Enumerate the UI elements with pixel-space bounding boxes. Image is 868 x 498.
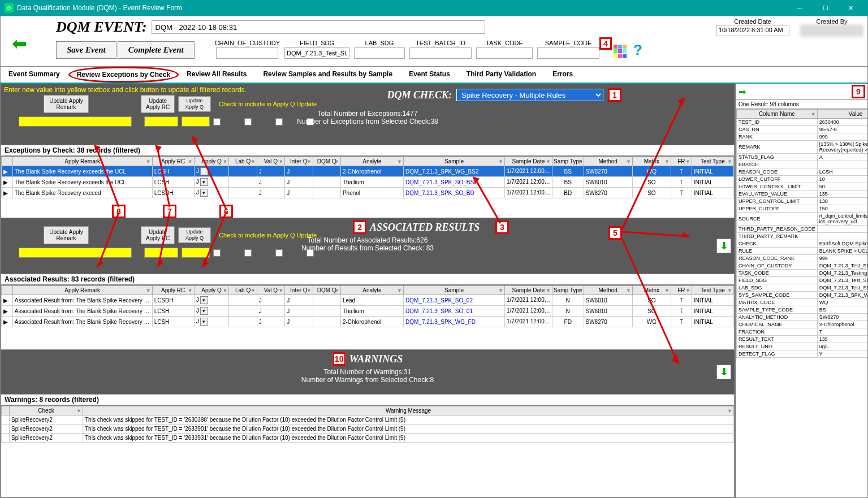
field-input-1[interactable] [284,47,349,59]
update-apply-remark-btn[interactable]: Update Apply Remark [44,95,89,113]
col-test type[interactable]: Test Type▼ [692,286,733,295]
down-arrow-assoc[interactable]: ⬇ [716,239,731,253]
detail-row[interactable]: RESULT_TEXT135 [737,336,869,343]
col-inter q[interactable]: Inter Q▼ [285,157,313,166]
detail-row[interactable]: THIRD_PARTY_REMARK [737,233,869,240]
rc-input-2[interactable] [144,248,178,258]
panel-arrow-icon[interactable]: ➡ [739,86,746,97]
detail-row[interactable]: ANALYTIC_METHODSW8270 [737,314,869,321]
col-samp type[interactable]: Samp Type▼ [552,157,584,166]
col-fr[interactable]: FR▼ [671,157,692,166]
field-input-5[interactable] [537,47,599,59]
table-row[interactable]: ▶Associated Result from: The Blank Spike… [2,306,734,317]
table-row[interactable]: ▶The Blank Spike Recovery exceeds the UC… [2,177,734,188]
table-row[interactable]: SpikeRecovery2This check was skipped for… [2,415,734,425]
update-apply-q-btn-2[interactable]: Update Apply Q [178,227,211,243]
col-val q[interactable]: Val Q▼ [257,286,284,295]
detail-row[interactable]: MATRIX_CODEWQ [737,299,869,306]
col-dqm q[interactable]: DQM Q▼ [313,286,340,295]
update-apply-rc-btn-2[interactable]: Update Apply RC [141,226,175,244]
col-column-name[interactable]: Column Name▼ [737,110,818,119]
detail-row[interactable]: RULEBLANK SPIKE > UCL [737,248,869,255]
col-warning-msg[interactable]: Warning Message▼ [83,406,734,415]
detail-row[interactable]: UPPER_CUTOFF150 [737,205,869,213]
col-fr[interactable]: FR▼ [671,286,692,295]
detail-row[interactable]: LAB_SDGDQM_7.21.3_Test_SPK [737,284,869,292]
detail-row[interactable]: LOWER_CUTOFF10 [737,176,869,183]
col-apply rc[interactable]: Apply RC▼ [152,157,194,166]
update-apply-q-btn[interactable]: Update Apply Q [178,96,211,112]
col-sample[interactable]: Sample▼ [404,157,505,166]
col-dqm q[interactable]: DQM Q▼ [313,157,340,166]
close-button[interactable]: ✕ [838,0,863,16]
detail-row[interactable]: TEST_ID2630400 [737,119,869,126]
detail-row[interactable]: CHAIN_OF_CUSTODYDQM_7.21.3_Test_SPK [737,262,869,270]
remark-input-2[interactable] [19,248,132,258]
remark-input[interactable] [19,116,132,127]
back-arrow-icon[interactable]: ⬅ [12,33,27,54]
q-input[interactable] [182,116,210,127]
detail-row[interactable]: SAMPLE_TYPE_CODEBS [737,306,869,314]
col-lab q[interactable]: Lab Q▼ [229,157,257,166]
col-matrix[interactable]: Matrix▼ [632,157,671,166]
chk2-1[interactable] [213,249,221,257]
table-row[interactable]: ▶Associated Result from: The Blank Spike… [2,295,734,306]
detail-row[interactable]: DETECT_FLAGY [737,350,869,358]
tab-event-summary[interactable]: Event Summary [1,67,68,83]
tab-review-exceptions[interactable]: Review Exceptions by Check [68,67,179,83]
tab-third-party[interactable]: Third Party Validation [459,67,545,83]
tab-review-samples[interactable]: Review Samples and Results by Sample [255,67,401,83]
update-apply-rc-btn[interactable]: Update Apply RC [141,95,175,113]
detail-row[interactable]: LOWER_CONTROL_LIMIT50 [737,183,869,190]
detail-row[interactable]: RESULT_UNITug/L [737,343,869,350]
col-apply rc[interactable]: Apply RC▼ [152,286,194,295]
col-inter q[interactable]: Inter Q▼ [285,286,313,295]
tab-errors[interactable]: Errors [545,67,581,83]
col-method[interactable]: Method▼ [584,157,632,166]
update-apply-remark-btn-2[interactable]: Update Apply Remark [44,226,89,244]
detail-row[interactable]: STATUS_FLAGA [737,154,869,161]
col-sample[interactable]: Sample▼ [404,286,505,295]
table-row[interactable]: SpikeRecovery2This check was skipped for… [2,425,734,434]
table-row[interactable]: ▶The Blank Spike Recovery exceeds the UC… [2,166,734,177]
col-apply remark[interactable]: Apply Remark▼ [12,286,152,295]
detail-row[interactable]: REASON_CODE_RANK999 [737,255,869,262]
field-input-4[interactable] [476,47,533,59]
event-name-input[interactable] [152,20,485,34]
detail-row[interactable]: EBATCH [737,161,869,168]
dqm-check-select[interactable]: Spike Recovery - Multiple Rules [456,89,603,101]
col-test type[interactable]: Test Type▼ [692,157,733,166]
col-sample date[interactable]: Sample Date▼ [505,157,552,166]
detail-row[interactable]: CHEMICAL_NAME2-Chlorophenol [737,321,869,328]
tab-event-status[interactable]: Event Status [401,67,459,83]
chk-valq[interactable] [244,118,252,125]
down-arrow-warnings[interactable]: ⬇ [716,365,731,379]
col-lab q[interactable]: Lab Q▼ [229,286,257,295]
field-input-0[interactable] [216,47,278,59]
chk2-3[interactable] [275,249,283,257]
save-event-button[interactable]: Save Event [56,41,116,59]
detail-row[interactable]: FIELD_SDGDQM_7.21.3_Test_SPK [737,277,869,284]
maximize-button[interactable]: ☐ [813,0,838,16]
col-check[interactable]: Check▼ [10,406,83,415]
detail-row[interactable]: REMARK[135% > 130%] Spike Recovery(repor… [737,141,869,154]
q-input-2[interactable] [182,248,210,258]
col-apply q[interactable]: Apply Q▼ [194,157,229,166]
detail-row[interactable]: CHECKEarthSoft.DQM.SpikeRecovery2 [737,240,869,248]
minimize-button[interactable]: ─ [787,0,813,16]
chk-interq[interactable] [275,118,283,125]
detail-row[interactable]: THIRD_PARTY_REASON_CODE [737,226,869,233]
detail-row[interactable]: REASON_CODELCSH [737,168,869,176]
tab-review-all-results[interactable]: Review All Results [179,67,255,83]
col-value[interactable]: Value [817,110,868,119]
detail-row[interactable]: FRACTIONT [737,328,869,336]
col-method[interactable]: Method▼ [584,286,632,295]
detail-row[interactable]: SYS_SAMPLE_CODEDQM_7.21.3_SPK_WG_BS2 [737,292,869,299]
col-analyte[interactable]: Analyte▼ [340,286,403,295]
col-samp type[interactable]: Samp Type▼ [552,286,584,295]
detail-row[interactable]: EVALUATED_VALUE135 [737,190,869,198]
rc-input[interactable] [144,116,178,127]
help-icon[interactable]: ? [633,41,642,59]
chk2-2[interactable] [244,249,252,257]
detail-row[interactable]: CAS_RN95-57-8 [737,126,869,133]
